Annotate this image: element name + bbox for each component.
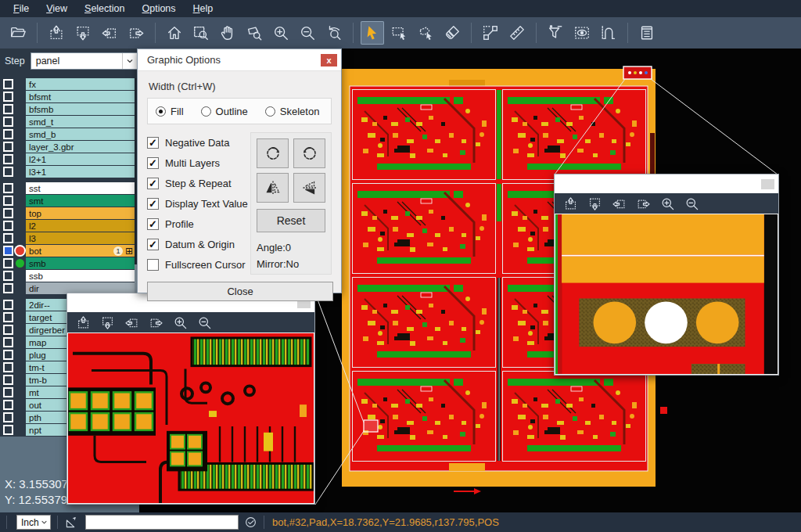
layer-checkbox-smb[interactable] xyxy=(3,258,13,268)
layer-checkbox-bfsmt[interactable] xyxy=(3,92,13,102)
magnifier-2-window-button[interactable] xyxy=(761,179,774,189)
layer-checkbox-l3[interactable] xyxy=(3,233,13,243)
tool-pan-right[interactable] xyxy=(124,21,148,45)
tool-filter[interactable] xyxy=(544,21,567,45)
layer-name-ssb[interactable]: ssb xyxy=(26,270,135,282)
tool-zoom-in[interactable] xyxy=(269,21,293,45)
magnifier-tool-pan-left[interactable] xyxy=(609,194,628,213)
mirror-horizontal-button[interactable] xyxy=(293,173,325,203)
radio-skeleton[interactable]: Skeleton xyxy=(265,106,320,117)
menu-options[interactable]: Options xyxy=(133,0,184,17)
tool-measure-distance[interactable] xyxy=(479,21,502,45)
layer-checkbox-target[interactable] xyxy=(3,312,13,322)
menu-help[interactable]: Help xyxy=(185,0,222,17)
layer-checkbox-top[interactable] xyxy=(3,208,13,218)
tool-select-cursor[interactable] xyxy=(361,21,384,45)
layer-checkbox-dirgerber[interactable] xyxy=(3,325,13,335)
menu-view[interactable]: View xyxy=(38,0,76,17)
tool-zoom-window[interactable] xyxy=(189,21,213,45)
layer-name-smb[interactable]: smb xyxy=(26,257,135,269)
layer-name-bfsmb[interactable]: bfsmb xyxy=(26,103,135,115)
magnifier-tool-pan-left[interactable] xyxy=(122,313,141,332)
layer-checkbox-out[interactable] xyxy=(3,400,13,410)
layer-name-l3+1[interactable]: l3+1 xyxy=(26,166,135,178)
rotate-cw-button[interactable] xyxy=(257,138,289,168)
magnifier-tool-pan-up[interactable] xyxy=(74,313,92,332)
magnifier-tool-pan-down[interactable] xyxy=(98,313,117,332)
radio-outline[interactable]: Outline xyxy=(201,106,248,117)
tool-select-polygon[interactable] xyxy=(414,21,437,45)
layer-checkbox-tm-t[interactable] xyxy=(3,362,13,372)
layer-checkbox-smd_b[interactable] xyxy=(3,129,13,139)
magnifier-tool-zoom-out[interactable] xyxy=(195,313,214,332)
magnifier-1-view[interactable] xyxy=(67,332,314,504)
checkbox-fullscreen-cursor[interactable]: Fullscreen Cursor xyxy=(147,254,250,275)
magnifier-tool-pan-down[interactable] xyxy=(585,194,604,213)
layer-checkbox-l2+1[interactable] xyxy=(3,154,13,164)
layer-name-fx[interactable]: fx xyxy=(26,78,135,90)
unit-dropdown[interactable]: Inch xyxy=(16,515,51,530)
layer-checkbox-smd_t[interactable] xyxy=(3,117,13,127)
command-input[interactable] xyxy=(85,515,239,530)
tool-pan-left[interactable] xyxy=(98,21,121,45)
magnifier-tool-zoom-in[interactable] xyxy=(171,313,189,332)
checkbox-datum-origin[interactable]: ✓Datum & Origin xyxy=(147,234,250,254)
layer-name-smd_t[interactable]: smd_t xyxy=(26,116,135,128)
layer-checkbox-map[interactable] xyxy=(3,337,13,347)
magnifier-tool-zoom-in[interactable] xyxy=(658,194,677,213)
layer-name-smd_b[interactable]: smd_b xyxy=(26,128,135,140)
close-button[interactable]: Close xyxy=(147,282,333,301)
checkbox-negative-data[interactable]: ✓Negative Data xyxy=(147,132,250,153)
layer-checkbox-bot[interactable] xyxy=(3,246,13,256)
tool-measure-ruler[interactable] xyxy=(505,21,529,45)
tool-clean-brush[interactable] xyxy=(440,21,464,45)
checkbox-display-text-value[interactable]: ✓Display Text Value xyxy=(147,193,250,214)
rotate-ccw-button[interactable] xyxy=(293,138,325,168)
corner-measure-icon[interactable] xyxy=(64,516,78,530)
layer-name-layer_3.gbr[interactable]: layer_3.gbr xyxy=(26,141,135,153)
layer-name-top[interactable]: top xyxy=(26,207,135,219)
checkbox-profile[interactable]: ✓Profile xyxy=(147,214,250,234)
checkbox-multi-layers[interactable]: ✓Multi Layers xyxy=(147,153,250,173)
tool-zoom-polygon[interactable] xyxy=(242,21,266,45)
checkbox-step-repeat[interactable]: ✓Step & Repeat xyxy=(147,173,250,193)
tool-view-options[interactable] xyxy=(570,21,594,45)
magnifier-2-titlebar[interactable] xyxy=(555,174,778,193)
magnifier-tool-pan-right[interactable] xyxy=(146,313,165,332)
menu-selection[interactable]: Selection xyxy=(76,0,133,17)
tool-zoom-previous[interactable] xyxy=(322,21,346,45)
layer-name-l2+1[interactable]: l2+1 xyxy=(26,153,135,165)
layer-checkbox-dir[interactable] xyxy=(3,283,13,293)
reset-button[interactable]: Reset xyxy=(257,209,325,232)
tool-pan-up[interactable] xyxy=(45,21,68,45)
layer-checkbox-fx[interactable] xyxy=(3,79,13,89)
tool-pan-hand[interactable] xyxy=(216,21,239,45)
tool-report-list[interactable] xyxy=(635,21,659,45)
layer-checkbox-layer_3.gbr[interactable] xyxy=(3,142,13,152)
sync-check-icon[interactable] xyxy=(244,516,257,529)
tool-zoom-out[interactable] xyxy=(296,21,319,45)
grid-plus-icon[interactable]: ⊞ xyxy=(125,246,133,256)
layer-checkbox-npt[interactable] xyxy=(3,425,13,435)
layer-name-l2[interactable]: l2 xyxy=(26,220,135,232)
layer-checkbox-2dir--[interactable] xyxy=(3,300,13,310)
layer-checkbox-tm-b[interactable] xyxy=(3,375,13,385)
layer-checkbox-l3+1[interactable] xyxy=(3,167,13,177)
dialog-close-button[interactable]: x xyxy=(321,54,337,66)
mirror-vertical-button[interactable] xyxy=(257,173,289,203)
magnifier-tool-zoom-out[interactable] xyxy=(682,194,701,213)
tool-open-folder[interactable] xyxy=(6,21,30,45)
magnifier-2-view[interactable] xyxy=(555,214,778,375)
layer-checkbox-sst[interactable] xyxy=(3,183,13,193)
magnifier-tool-pan-right[interactable] xyxy=(634,194,652,213)
layer-name-bot[interactable]: bot1⊞ xyxy=(26,245,135,257)
layer-checkbox-mt[interactable] xyxy=(3,387,13,397)
layer-checkbox-ssb[interactable] xyxy=(3,271,13,281)
tool-home[interactable] xyxy=(163,21,186,45)
layer-name-l3[interactable]: l3 xyxy=(26,232,135,244)
menu-file[interactable]: File xyxy=(5,0,38,17)
layer-checkbox-bfsmb[interactable] xyxy=(3,104,13,114)
layer-name-bfsmt[interactable]: bfsmt xyxy=(26,91,135,102)
layer-name-sst[interactable]: sst xyxy=(26,182,135,194)
layer-checkbox-l2[interactable] xyxy=(3,221,13,231)
